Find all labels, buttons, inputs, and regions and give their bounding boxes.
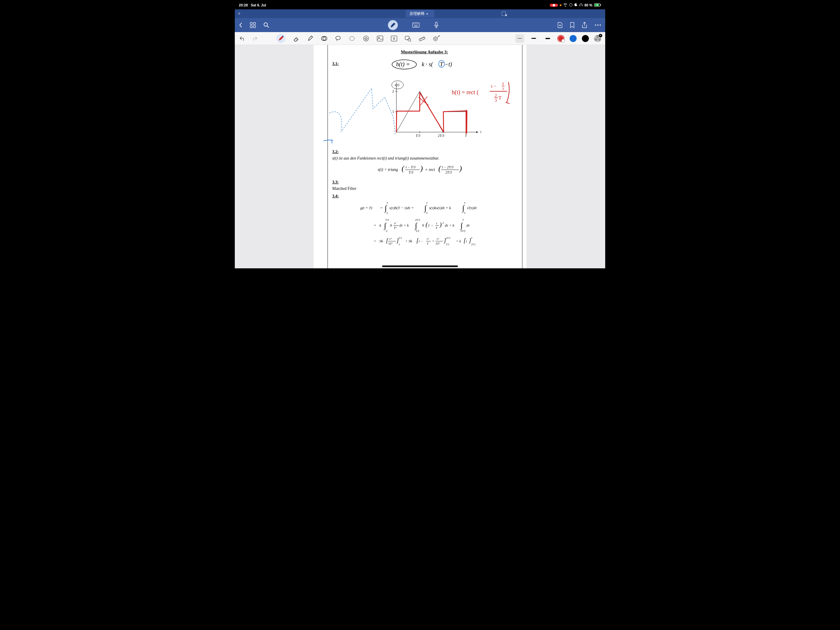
svg-text:=: = (380, 205, 383, 210)
svg-text:τ³: τ³ (389, 237, 392, 241)
pen-mode-button[interactable] (388, 20, 398, 30)
svg-text:1 −: 1 − (428, 223, 433, 227)
svg-text:2T/3: 2T/3 (445, 171, 452, 174)
redo-button[interactable] (251, 35, 258, 42)
svg-point-16 (416, 24, 417, 25)
svg-text:T: T (440, 61, 444, 67)
svg-rect-2 (582, 5, 583, 6)
svg-text:3: 3 (502, 86, 504, 91)
stroke-width-medium[interactable] (529, 34, 538, 43)
svg-text:τ: τ (436, 221, 437, 225)
svg-text:2T/3: 2T/3 (471, 243, 475, 246)
section-34: 3.4: (332, 194, 516, 199)
svg-text:2T/3: 2T/3 (446, 237, 450, 240)
main-toolbar (235, 18, 605, 32)
share-button[interactable] (582, 22, 587, 28)
svg-text:∫: ∫ (414, 221, 418, 230)
svg-text:T/3: T/3 (446, 243, 449, 246)
back-button[interactable] (239, 22, 242, 28)
stroke-width-thin[interactable] (515, 34, 524, 43)
bookmark-button[interactable] (570, 22, 574, 28)
svg-text:∫: ∫ (460, 221, 463, 230)
svg-point-14 (414, 24, 414, 25)
svg-text:h(t) =: h(t) = (396, 61, 410, 68)
svg-text:+ rect: + rect (425, 167, 435, 172)
svg-text:2: 2 (392, 89, 394, 93)
color-blue[interactable] (570, 35, 576, 42)
svg-text:9k: 9k (379, 239, 383, 243)
svg-text:g(t = T): g(t = T) (360, 205, 372, 210)
add-page-button[interactable] (557, 22, 563, 28)
undo-button[interactable] (239, 35, 246, 42)
svg-point-28 (363, 36, 369, 41)
image-tool[interactable] (377, 35, 384, 42)
svg-text:=: = (374, 239, 376, 243)
color-black[interactable] (582, 35, 589, 42)
screen-recording-indicator[interactable] (550, 4, 558, 7)
active-tab[interactable]: 原理解释 ▾ (406, 10, 434, 17)
favorites-tool[interactable] (363, 35, 369, 42)
svg-point-12 (264, 23, 267, 26)
keyboard-button[interactable] (412, 23, 419, 27)
svg-text:t − T/3: t − T/3 (406, 165, 415, 169)
svg-text:τ −: τ − (418, 239, 423, 243)
svg-text:t − 2T/3: t − 2T/3 (442, 165, 453, 169)
more-button[interactable] (595, 24, 601, 26)
svg-rect-5 (600, 4, 601, 6)
svg-text:2: 2 (442, 221, 444, 224)
eraser-tool[interactable] (292, 35, 300, 42)
svg-text:T: T (502, 82, 504, 86)
svg-point-30 (378, 37, 379, 38)
color-red[interactable] (557, 35, 564, 42)
ruler-tool[interactable] (418, 35, 426, 42)
svg-rect-8 (250, 22, 252, 25)
pen-tool[interactable] (276, 34, 286, 43)
grid-view-button[interactable] (250, 22, 256, 28)
close-tab-button[interactable]: × (235, 11, 243, 16)
page-scroll-indicator[interactable] (382, 265, 458, 267)
reader-layout-icon[interactable] (502, 11, 507, 16)
battery-text: 80 % (584, 3, 592, 7)
svg-text:T: T (330, 139, 333, 144)
svg-text:s(τ)h(T − τ)dτ =: s(τ)h(T − τ)dτ = (389, 205, 414, 210)
svg-text:T/3: T/3 (415, 134, 420, 138)
letterbox-top: 20:28 Sat 6. Jul 80 % (235, 0, 605, 9)
svg-line-36 (420, 38, 420, 39)
zoom-tool[interactable] (404, 35, 412, 42)
svg-text:0: 0 (387, 212, 388, 215)
svg-line-75 (506, 103, 510, 104)
svg-point-0 (569, 3, 572, 6)
equation-34c: = 9k [ τ³ 3T² ] T/3 0 + 9k [ τ − (332, 235, 516, 248)
text-32: s(t) ist aus den Funktionen rect(t) und … (332, 156, 516, 161)
orientation-lock-icon (569, 3, 573, 8)
dashed-lasso-tool[interactable] (349, 35, 355, 42)
svg-text:k: k (379, 223, 381, 227)
svg-text:−t): −t) (445, 61, 452, 68)
document-canvas[interactable]: Musterlösung Aufgabe 3: 3.1: h(t) = k · … (235, 45, 605, 268)
svg-text:T/3: T/3 (399, 237, 402, 240)
svg-rect-10 (250, 26, 252, 28)
text-tool[interactable]: T (390, 35, 398, 42)
svg-text:0: 0 (399, 243, 400, 246)
svg-rect-13 (413, 23, 419, 27)
svg-text:T/3: T/3 (415, 229, 419, 232)
equation-34a: g(t = T) = T ∫ 0 s(τ)h(T − τ)dτ = T ∫ 0 … (332, 201, 516, 216)
stroke-width-thick[interactable] (543, 34, 552, 43)
svg-text:2T/3: 2T/3 (415, 218, 420, 221)
color-picker-button[interactable] (594, 35, 601, 42)
svg-point-23 (282, 36, 284, 37)
svg-text:0: 0 (464, 212, 466, 215)
svg-text:τ: τ (466, 239, 467, 243)
svg-text:T/3: T/3 (409, 171, 413, 174)
search-button[interactable] (264, 22, 269, 28)
svg-text:t: t (480, 130, 482, 134)
svg-text:s²(τ)dτ: s²(τ)dτ (467, 205, 477, 210)
shape-tool[interactable] (321, 35, 328, 42)
microphone-button[interactable] (434, 22, 439, 28)
svg-text:s(τ)ks(τ)dτ = k: s(τ)ks(τ)dτ = k (429, 205, 451, 210)
tape-tool[interactable]: ✦ (433, 35, 439, 42)
svg-text:9: 9 (390, 223, 392, 227)
highlighter-tool[interactable] (306, 35, 314, 42)
lasso-tool[interactable] (335, 35, 341, 42)
svg-text:T: T (471, 237, 472, 240)
